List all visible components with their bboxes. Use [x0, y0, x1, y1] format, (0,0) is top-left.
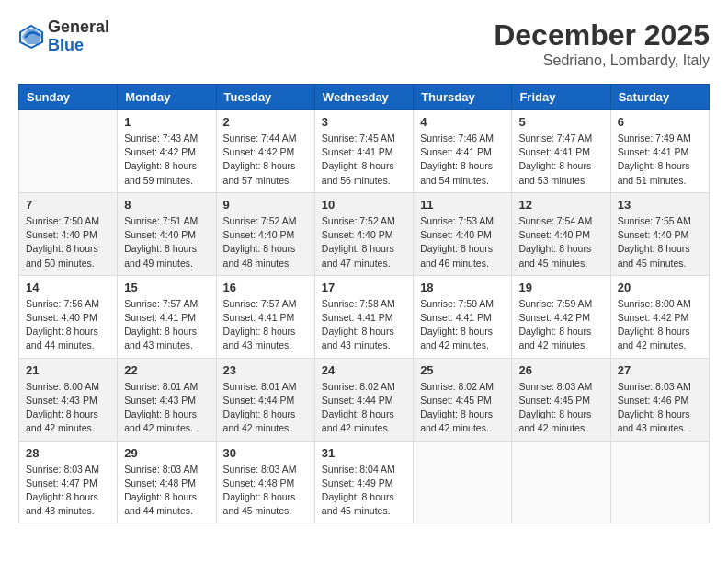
calendar-cell: 16Sunrise: 7:57 AM Sunset: 4:41 PM Dayli…	[216, 275, 314, 358]
calendar-cell: 6Sunrise: 7:49 AM Sunset: 4:41 PM Daylig…	[610, 110, 709, 193]
calendar-cell: 31Sunrise: 8:04 AM Sunset: 4:49 PM Dayli…	[314, 441, 413, 523]
day-info: Sunrise: 7:45 AM Sunset: 4:41 PM Dayligh…	[322, 132, 406, 188]
day-number: 20	[618, 281, 702, 294]
calendar-cell: 12Sunrise: 7:54 AM Sunset: 4:40 PM Dayli…	[512, 192, 610, 275]
month-title: December 2025	[494, 18, 710, 52]
day-info: Sunrise: 7:54 AM Sunset: 4:40 PM Dayligh…	[518, 214, 603, 270]
day-info: Sunrise: 8:00 AM Sunset: 4:43 PM Dayligh…	[26, 380, 110, 436]
calendar-cell	[512, 441, 610, 523]
weekday-header-saturday: Saturday	[610, 85, 709, 110]
calendar-cell: 21Sunrise: 8:00 AM Sunset: 4:43 PM Dayli…	[19, 358, 118, 441]
day-info: Sunrise: 8:03 AM Sunset: 4:45 PM Dayligh…	[518, 380, 603, 436]
day-number: 5	[518, 115, 603, 129]
day-info: Sunrise: 8:01 AM Sunset: 4:44 PM Dayligh…	[223, 380, 308, 436]
calendar-cell: 26Sunrise: 8:03 AM Sunset: 4:45 PM Dayli…	[512, 358, 610, 441]
day-info: Sunrise: 8:02 AM Sunset: 4:45 PM Dayligh…	[420, 380, 505, 436]
day-info: Sunrise: 8:03 AM Sunset: 4:48 PM Dayligh…	[124, 463, 209, 519]
day-info: Sunrise: 7:55 AM Sunset: 4:40 PM Dayligh…	[618, 214, 702, 270]
logo-blue-text: Blue	[48, 36, 84, 54]
calendar-cell: 3Sunrise: 7:45 AM Sunset: 4:41 PM Daylig…	[314, 110, 413, 193]
day-info: Sunrise: 8:01 AM Sunset: 4:43 PM Dayligh…	[124, 380, 209, 436]
calendar-cell: 10Sunrise: 7:52 AM Sunset: 4:40 PM Dayli…	[314, 192, 413, 275]
day-info: Sunrise: 8:03 AM Sunset: 4:46 PM Dayligh…	[618, 380, 702, 436]
day-info: Sunrise: 7:58 AM Sunset: 4:41 PM Dayligh…	[322, 297, 406, 353]
calendar-cell: 5Sunrise: 7:47 AM Sunset: 4:41 PM Daylig…	[512, 110, 610, 193]
day-number: 21	[26, 363, 110, 377]
day-info: Sunrise: 8:00 AM Sunset: 4:42 PM Dayligh…	[618, 297, 702, 353]
day-number: 30	[223, 446, 308, 460]
calendar-cell: 17Sunrise: 7:58 AM Sunset: 4:41 PM Dayli…	[314, 275, 413, 358]
calendar-cell: 8Sunrise: 7:51 AM Sunset: 4:40 PM Daylig…	[118, 192, 216, 275]
day-info: Sunrise: 7:47 AM Sunset: 4:41 PM Dayligh…	[518, 132, 603, 188]
day-number: 9	[223, 198, 308, 212]
day-number: 6	[618, 115, 702, 129]
day-number: 25	[420, 363, 505, 377]
calendar-cell: 29Sunrise: 8:03 AM Sunset: 4:48 PM Dayli…	[118, 441, 216, 523]
calendar-cell	[414, 441, 512, 523]
week-row-3: 14Sunrise: 7:56 AM Sunset: 4:40 PM Dayli…	[19, 275, 710, 358]
weekday-header-thursday: Thursday	[414, 85, 512, 110]
day-number: 17	[322, 281, 406, 294]
calendar-cell: 7Sunrise: 7:50 AM Sunset: 4:40 PM Daylig…	[19, 192, 118, 275]
weekday-header-sunday: Sunday	[19, 85, 118, 110]
day-info: Sunrise: 8:03 AM Sunset: 4:47 PM Dayligh…	[26, 463, 110, 519]
week-row-5: 28Sunrise: 8:03 AM Sunset: 4:47 PM Dayli…	[19, 441, 710, 523]
calendar-cell: 13Sunrise: 7:55 AM Sunset: 4:40 PM Dayli…	[610, 192, 709, 275]
day-info: Sunrise: 7:43 AM Sunset: 4:42 PM Dayligh…	[124, 132, 209, 188]
calendar-cell: 30Sunrise: 8:03 AM Sunset: 4:48 PM Dayli…	[216, 441, 314, 523]
weekday-header-friday: Friday	[512, 85, 610, 110]
day-number: 7	[26, 198, 110, 212]
day-info: Sunrise: 7:59 AM Sunset: 4:42 PM Dayligh…	[518, 297, 603, 353]
day-number: 1	[124, 115, 209, 129]
day-number: 13	[618, 198, 702, 212]
day-info: Sunrise: 7:52 AM Sunset: 4:40 PM Dayligh…	[223, 214, 308, 270]
day-info: Sunrise: 7:56 AM Sunset: 4:40 PM Dayligh…	[26, 297, 110, 353]
calendar-cell: 1Sunrise: 7:43 AM Sunset: 4:42 PM Daylig…	[118, 110, 216, 193]
calendar-cell: 25Sunrise: 8:02 AM Sunset: 4:45 PM Dayli…	[414, 358, 512, 441]
calendar-cell: 9Sunrise: 7:52 AM Sunset: 4:40 PM Daylig…	[216, 192, 314, 275]
calendar-cell: 23Sunrise: 8:01 AM Sunset: 4:44 PM Dayli…	[216, 358, 314, 441]
day-info: Sunrise: 7:49 AM Sunset: 4:41 PM Dayligh…	[618, 132, 702, 188]
weekday-header-monday: Monday	[118, 85, 216, 110]
day-number: 29	[124, 446, 209, 460]
day-number: 14	[26, 281, 110, 294]
day-info: Sunrise: 8:04 AM Sunset: 4:49 PM Dayligh…	[322, 463, 406, 519]
day-number: 19	[518, 281, 603, 294]
calendar: SundayMondayTuesdayWednesdayThursdayFrid…	[18, 84, 710, 523]
day-number: 12	[518, 198, 603, 212]
day-info: Sunrise: 7:44 AM Sunset: 4:42 PM Dayligh…	[223, 132, 308, 188]
day-number: 27	[618, 363, 702, 377]
day-number: 26	[518, 363, 603, 377]
week-row-1: 1Sunrise: 7:43 AM Sunset: 4:42 PM Daylig…	[19, 110, 710, 193]
day-number: 16	[223, 281, 308, 294]
day-info: Sunrise: 7:53 AM Sunset: 4:40 PM Dayligh…	[420, 214, 505, 270]
week-row-4: 21Sunrise: 8:00 AM Sunset: 4:43 PM Dayli…	[19, 358, 710, 441]
day-number: 11	[420, 198, 505, 212]
day-number: 18	[420, 281, 505, 294]
day-info: Sunrise: 7:57 AM Sunset: 4:41 PM Dayligh…	[223, 297, 308, 353]
calendar-cell: 14Sunrise: 7:56 AM Sunset: 4:40 PM Dayli…	[19, 275, 118, 358]
location: Sedriano, Lombardy, Italy	[494, 52, 710, 69]
day-number: 2	[223, 115, 308, 129]
calendar-cell: 11Sunrise: 7:53 AM Sunset: 4:40 PM Dayli…	[414, 192, 512, 275]
title-block: December 2025 Sedriano, Lombardy, Italy	[494, 18, 710, 69]
day-number: 28	[26, 446, 110, 460]
calendar-cell: 4Sunrise: 7:46 AM Sunset: 4:41 PM Daylig…	[414, 110, 512, 193]
weekday-header-tuesday: Tuesday	[216, 85, 314, 110]
weekday-header-wednesday: Wednesday	[314, 85, 413, 110]
calendar-cell: 19Sunrise: 7:59 AM Sunset: 4:42 PM Dayli…	[512, 275, 610, 358]
weekday-header-row: SundayMondayTuesdayWednesdayThursdayFrid…	[19, 85, 710, 110]
day-info: Sunrise: 7:46 AM Sunset: 4:41 PM Dayligh…	[420, 132, 505, 188]
logo: General Blue	[18, 18, 109, 55]
logo-icon	[18, 24, 44, 50]
calendar-cell: 20Sunrise: 8:00 AM Sunset: 4:42 PM Dayli…	[610, 275, 709, 358]
day-number: 15	[124, 281, 209, 294]
week-row-2: 7Sunrise: 7:50 AM Sunset: 4:40 PM Daylig…	[19, 192, 710, 275]
logo-general-text: General	[48, 17, 109, 36]
calendar-cell: 27Sunrise: 8:03 AM Sunset: 4:46 PM Dayli…	[610, 358, 709, 441]
day-number: 8	[124, 198, 209, 212]
calendar-cell: 2Sunrise: 7:44 AM Sunset: 4:42 PM Daylig…	[216, 110, 314, 193]
day-number: 22	[124, 363, 209, 377]
day-info: Sunrise: 8:02 AM Sunset: 4:44 PM Dayligh…	[322, 380, 406, 436]
calendar-cell: 24Sunrise: 8:02 AM Sunset: 4:44 PM Dayli…	[314, 358, 413, 441]
